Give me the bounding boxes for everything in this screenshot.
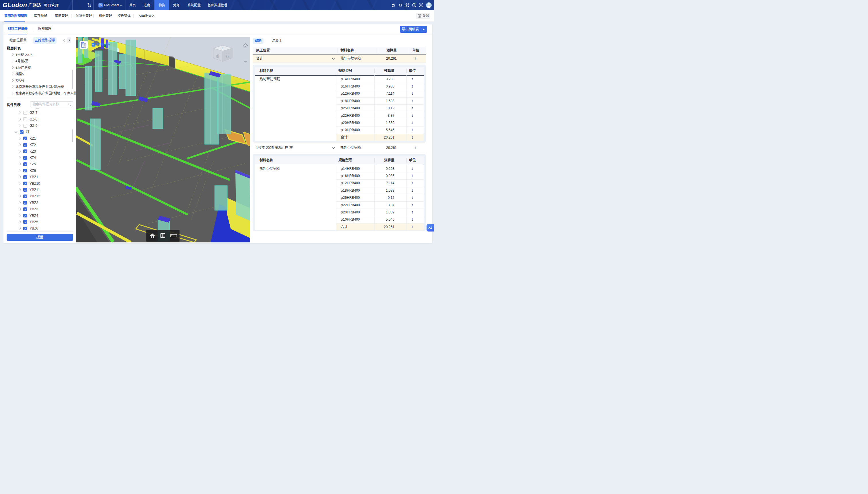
svg-text:上: 上 — [220, 45, 224, 50]
svg-text:右: 右 — [226, 53, 229, 58]
svg-text:前: 前 — [216, 53, 220, 58]
svg-text:构件着色: 构件着色 — [97, 42, 110, 46]
